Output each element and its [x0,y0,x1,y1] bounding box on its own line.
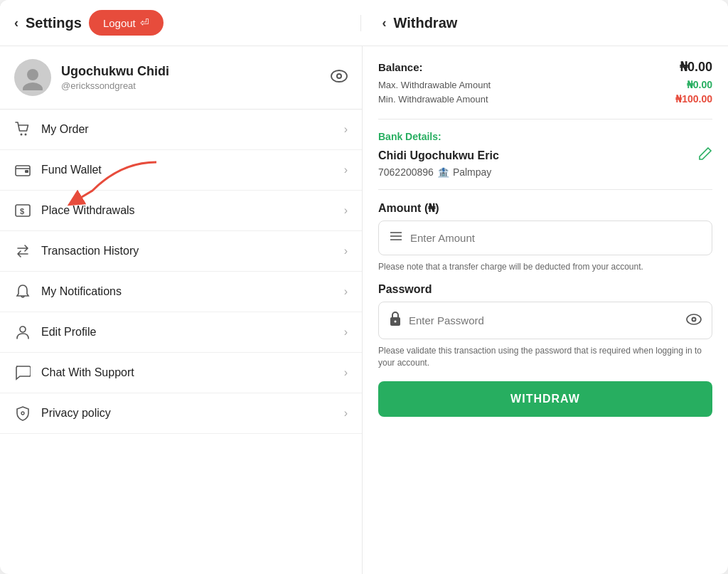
menu-label-my-order: My Order [41,123,334,136]
logout-label: Logout [103,17,136,29]
sidebar-item-my-notifications[interactable]: My Notifications › [0,272,362,312]
menu-label-fund-wallet: Fund Wallet [41,164,334,176]
profile-section: Ugochukwu Chidi @erickssondgreat [0,46,362,110]
profile-info: Ugochukwu Chidi @erickssondgreat [61,64,321,91]
profile-name: Ugochukwu Chidi [61,64,321,79]
amount-input-box [378,220,712,255]
svg-point-4 [338,75,341,78]
left-panel: Ugochukwu Chidi @erickssondgreat [0,46,363,574]
chevron-icon-place-withdrawals: › [344,204,348,217]
svg-point-11 [20,326,26,332]
bank-account-number: 7062200896 [378,166,434,178]
withdraw-button[interactable]: WITHDRAW [378,381,712,417]
chevron-icon-transaction-history: › [344,245,348,257]
balance-row: Balance: ₦0.00 [378,59,712,75]
password-visibility-icon[interactable] [686,312,702,329]
balance-value: ₦0.00 [680,59,712,75]
bank-provider: Palmpay [453,166,491,178]
min-withdrawable-row: Min. Withdrawable Amount ₦100.00 [378,93,712,105]
svg-point-0 [27,69,38,80]
logout-button[interactable]: Logout ⏎ [89,10,164,36]
password-note: Please validate this transaction using t… [378,345,712,369]
password-section: Password [378,283,712,369]
password-input-box [378,302,712,339]
menu-label-transaction-history: Transaction History [41,245,334,257]
menu-label-edit-profile: Edit Profile [41,326,334,339]
right-panel: Balance: ₦0.00 Max. Withdrawable Amount … [363,46,728,574]
max-withdrawable-row: Max. Withdrawable Amount ₦0.00 [378,79,712,90]
amount-note: Please note that a transfer charge will … [378,261,712,273]
bank-details-section: Bank Details: Chidi Ugochukwu Eric 70622… [378,131,712,190]
password-input[interactable] [409,314,679,326]
max-value: ₦0.00 [687,79,712,90]
amount-label: Amount (₦) [378,201,712,215]
bank-building-icon: 🏦 [437,166,449,178]
app-container: ‹ Settings Logout ⏎ ‹ Withdraw [0,0,728,574]
svg-text:$: $ [20,207,24,216]
avatar [14,59,51,96]
svg-point-1 [23,83,43,90]
svg-rect-8 [25,170,28,173]
back-arrow-withdraw[interactable]: ‹ [382,16,387,31]
svg-point-6 [25,134,27,136]
balance-section: Balance: ₦0.00 Max. Withdrawable Amount … [378,59,712,119]
bank-name: Chidi Ugochukwu Eric [378,149,499,162]
settings-title: Settings [26,15,82,31]
chevron-icon-my-notifications: › [344,285,348,298]
withdraw-title: Withdraw [394,15,458,31]
shield-icon [14,405,31,422]
bank-account-row: 7062200896 🏦 Palmpay [378,166,712,178]
amount-section: Amount (₦) Please note that a transfer c… [378,201,712,273]
left-header: ‹ Settings Logout ⏎ [14,10,346,36]
svg-point-20 [693,318,695,320]
sidebar-item-chat-with-support[interactable]: Chat With Support › [0,353,362,393]
svg-point-17 [395,320,397,322]
dollar-icon: $ [14,202,31,219]
wallet-icon [14,161,31,179]
chevron-icon-my-order: › [344,123,348,136]
balance-label: Balance: [378,61,423,73]
max-label: Max. Withdrawable Amount [378,80,491,90]
min-label: Min. Withdrawable Amount [378,94,488,105]
top-header: ‹ Settings Logout ⏎ ‹ Withdraw [0,0,728,46]
logout-icon: ⏎ [140,16,149,29]
main-content: Ugochukwu Chidi @erickssondgreat [0,46,728,574]
svg-point-12 [21,412,24,415]
person-icon [14,324,31,341]
visibility-toggle-icon[interactable] [331,70,348,86]
password-label: Password [378,283,712,296]
svg-point-5 [21,134,23,136]
sidebar-item-edit-profile[interactable]: Edit Profile › [0,312,362,353]
bank-name-row: Chidi Ugochukwu Eric [378,147,712,164]
back-arrow-settings[interactable]: ‹ [14,16,18,31]
cart-icon [14,121,31,138]
lock-icon [389,311,402,330]
amount-list-icon [389,230,403,246]
bank-details-title: Bank Details: [378,131,712,142]
sidebar-item-transaction-history[interactable]: Transaction History › [0,231,362,272]
sidebar-item-fund-wallet[interactable]: Fund Wallet › [0,150,362,191]
chevron-icon-chat-with-support: › [344,366,348,379]
menu-label-place-withdrawals: Place Withdrawals [41,204,334,217]
edit-bank-icon[interactable] [698,147,712,164]
chevron-icon-edit-profile: › [344,326,348,339]
min-value: ₦100.00 [675,93,712,105]
sidebar-item-place-withdrawals[interactable]: $ Place Withdrawals › [0,191,362,231]
profile-username: @erickssondgreat [61,80,321,91]
chat-icon [14,364,31,381]
chevron-icon-privacy-policy: › [344,407,348,420]
menu-label-my-notifications: My Notifications [41,285,334,298]
sidebar-item-privacy-policy[interactable]: Privacy policy › [0,393,362,434]
menu-label-chat-with-support: Chat With Support [41,366,334,379]
sidebar-item-my-order[interactable]: My Order › [0,110,362,150]
amount-input[interactable] [410,232,702,244]
right-header: ‹ Withdraw [360,15,714,31]
arrows-icon [14,243,31,260]
chevron-icon-fund-wallet: › [344,164,348,176]
bell-icon [14,283,31,300]
menu-label-privacy-policy: Privacy policy [41,407,334,420]
avatar-icon [14,59,51,96]
